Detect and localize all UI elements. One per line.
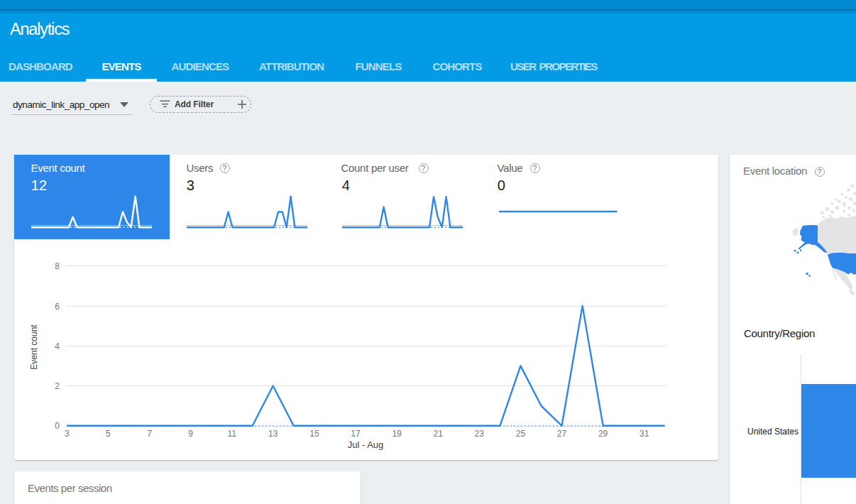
svg-text:Event count: Event count — [29, 324, 39, 370]
svg-text:0: 0 — [55, 421, 60, 431]
svg-text:25: 25 — [516, 429, 526, 439]
svg-text:4: 4 — [55, 341, 60, 351]
svg-text:5: 5 — [106, 429, 111, 439]
svg-text:8: 8 — [55, 261, 60, 271]
svg-text:13: 13 — [268, 429, 278, 439]
svg-text:27: 27 — [557, 429, 567, 439]
svg-text:17: 17 — [351, 429, 361, 439]
svg-text:3: 3 — [65, 429, 70, 439]
svg-text:2: 2 — [55, 381, 60, 391]
svg-text:15: 15 — [309, 429, 319, 439]
svg-text:19: 19 — [392, 429, 402, 439]
svg-text:31: 31 — [640, 429, 649, 439]
svg-text:9: 9 — [188, 429, 193, 439]
svg-text:6: 6 — [55, 302, 60, 312]
svg-text:29: 29 — [598, 429, 608, 439]
svg-text:23: 23 — [475, 429, 485, 439]
svg-text:11: 11 — [227, 429, 236, 439]
svg-text:21: 21 — [434, 429, 444, 439]
svg-text:7: 7 — [147, 429, 152, 439]
svg-text:Jul - Aug: Jul - Aug — [348, 439, 384, 450]
